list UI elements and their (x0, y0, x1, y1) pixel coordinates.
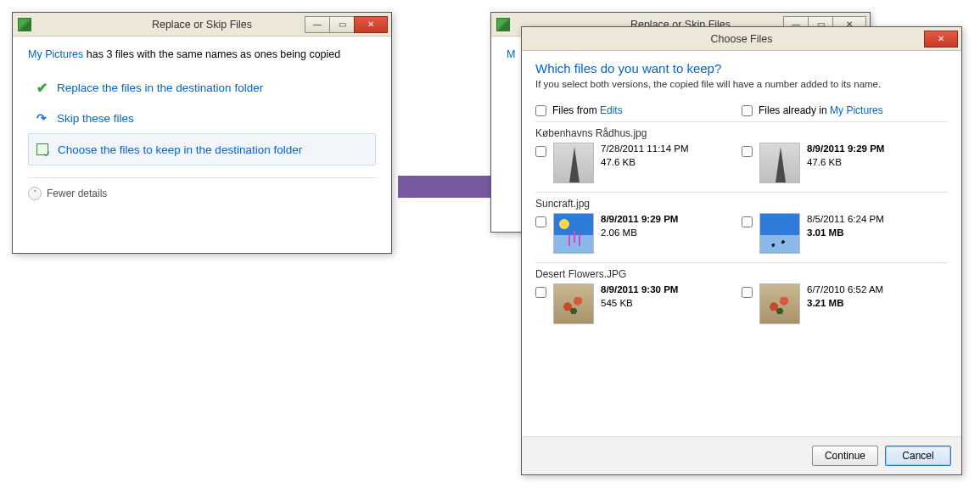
select-source-checkbox[interactable] (535, 146, 546, 157)
option-skip[interactable]: ↷ Skip these files (28, 103, 376, 133)
file-size: 2.06 MB (601, 227, 678, 240)
select-dest-checkbox[interactable] (742, 146, 753, 157)
continue-button[interactable]: Continue (812, 446, 878, 466)
choose-files-dialog: Choose Files ✕ Which files do you want t… (521, 26, 962, 475)
dialog-body: My Pictures has 3 files with the same na… (13, 36, 391, 210)
file-date: 8/5/2011 6:24 PM (807, 213, 884, 227)
column-headers: Files from Edits Files already in My Pic… (535, 99, 948, 122)
file-date: 8/9/2011 9:29 PM (807, 143, 884, 156)
file-meta: 6/7/2010 6:52 AM 3.21 MB (807, 283, 883, 310)
close-button[interactable]: ✕ (924, 31, 958, 48)
source-variant[interactable]: 7/28/2011 11:14 PM 47.6 KB (535, 143, 742, 183)
select-dest-checkbox[interactable] (742, 287, 753, 298)
select-all-dest-checkbox[interactable] (742, 105, 753, 116)
option-replace[interactable]: ✔ Replace the files in the destination f… (28, 72, 376, 103)
titlebar: Choose Files ✕ (522, 27, 961, 51)
file-thumbnail (553, 213, 594, 254)
file-meta: 8/9/2011 9:29 PM 47.6 KB (807, 143, 884, 169)
source-variant[interactable]: 8/9/2011 9:29 PM 2.06 MB (535, 213, 742, 254)
cancel-button[interactable]: Cancel (885, 446, 951, 466)
file-meta: 8/9/2011 9:30 PM 545 KB (601, 283, 678, 310)
dest-variant[interactable]: 8/9/2011 9:29 PM 47.6 KB (742, 143, 948, 183)
file-size: 545 KB (601, 297, 678, 311)
select-source-checkbox[interactable] (535, 287, 546, 298)
source-folder-link[interactable]: Edits (600, 104, 623, 116)
source-column-header[interactable]: Files from Edits (535, 104, 742, 116)
file-meta: 8/9/2011 9:29 PM 2.06 MB (601, 213, 678, 239)
dest-variant[interactable]: 6/7/2010 6:52 AM 3.21 MB (742, 283, 948, 324)
file-name: Suncraft.jpg (535, 198, 948, 210)
file-size: 3.21 MB (807, 297, 883, 311)
fewer-details-label: Fewer details (47, 188, 107, 199)
replace-skip-dialog: Replace or Skip Files ― ▭ ✕ My Pictures … (12, 12, 392, 254)
file-size: 47.6 KB (601, 156, 689, 170)
select-source-checkbox[interactable] (535, 216, 546, 227)
window-title: Choose Files (522, 33, 961, 45)
file-conflict-group: Københavns Rådhus.jpg 7/28/2011 11:14 PM… (535, 122, 948, 193)
dialog-button-row: Continue Cancel (522, 436, 961, 474)
skip-arrow-icon: ↷ (35, 111, 48, 125)
conflict-message: My Pictures has 3 files with the same na… (28, 48, 376, 60)
chevron-up-icon: ˄ (28, 187, 42, 200)
minimize-button[interactable]: ― (305, 16, 330, 33)
file-date: 8/9/2011 9:29 PM (601, 213, 678, 227)
select-dest-checkbox[interactable] (742, 216, 753, 227)
file-date: 8/9/2011 9:30 PM (601, 283, 678, 297)
dest-prefix: Files already in (759, 104, 830, 116)
app-icon (18, 18, 31, 31)
choose-subtext: If you select both versions, the copied … (535, 79, 948, 89)
option-replace-label: Replace the files in the destination fol… (57, 81, 263, 94)
option-skip-label: Skip these files (57, 112, 134, 125)
file-name: Københavns Rådhus.jpg (535, 127, 948, 139)
close-button[interactable]: ✕ (354, 16, 388, 33)
dialog-body: Which files do you want to keep? If you … (522, 51, 961, 333)
maximize-button[interactable]: ▭ (329, 16, 355, 33)
file-conflict-group: Suncraft.jpg 8/9/2011 9:29 PM 2.06 MB 8/… (535, 193, 948, 263)
file-conflict-group: Desert Flowers.JPG 8/9/2011 9:30 PM 545 … (535, 263, 948, 333)
source-prefix: Files from (552, 104, 600, 116)
titlebar: Replace or Skip Files ― ▭ ✕ (13, 13, 391, 36)
option-choose-label: Choose the files to keep in the destinat… (58, 143, 302, 156)
choose-files-icon (36, 143, 49, 156)
file-size: 3.01 MB (807, 227, 884, 240)
dest-variant[interactable]: 8/5/2011 6:24 PM 3.01 MB (742, 213, 948, 254)
select-all-source-checkbox[interactable] (535, 105, 546, 116)
file-date: 7/28/2011 11:14 PM (601, 143, 689, 156)
option-choose[interactable]: Choose the files to keep in the destinat… (28, 133, 376, 165)
app-icon (496, 18, 510, 31)
file-meta: 7/28/2011 11:14 PM 47.6 KB (601, 143, 689, 169)
dest-folder-link[interactable]: My Pictures (830, 104, 883, 116)
file-thumbnail (553, 283, 594, 324)
window-controls: ― ▭ ✕ (305, 16, 388, 33)
file-thumbnail (759, 213, 800, 254)
file-meta: 8/5/2011 6:24 PM 3.01 MB (807, 213, 884, 239)
file-size: 47.6 KB (807, 156, 884, 170)
file-thumbnail (553, 143, 594, 183)
checkmark-icon: ✔ (35, 81, 48, 94)
choose-heading: Which files do you want to keep? (535, 61, 948, 76)
fewer-details-row[interactable]: ˄ Fewer details (28, 177, 376, 200)
file-date: 6/7/2010 6:52 AM (807, 283, 883, 297)
destination-folder-link[interactable]: My Pictures (28, 48, 83, 60)
file-thumbnail (759, 283, 800, 324)
conflict-message-text: has 3 files with the same names as ones … (83, 48, 340, 60)
dest-column-header[interactable]: Files already in My Pictures (742, 104, 948, 116)
file-name: Desert Flowers.JPG (535, 268, 948, 280)
source-variant[interactable]: 8/9/2011 9:30 PM 545 KB (535, 283, 742, 324)
window-controls: ✕ (924, 31, 958, 48)
destination-folder-link: M (507, 48, 515, 60)
file-thumbnail (759, 143, 800, 183)
